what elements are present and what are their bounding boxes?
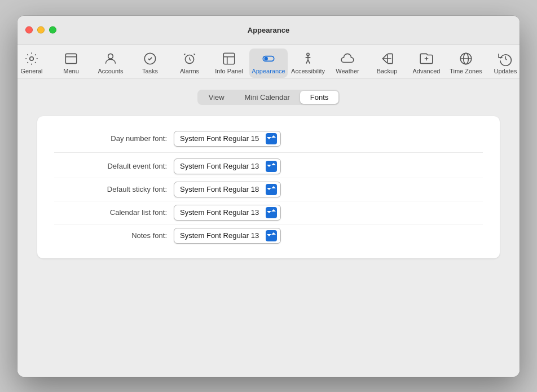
toolbar-label-updates: Updates bbox=[494, 68, 517, 74]
titlebar: Appearance bbox=[17, 16, 520, 45]
tasks-icon bbox=[142, 51, 158, 67]
toolbar-label-general: General bbox=[20, 68, 42, 74]
calendar-list-font-value: System Font Regular 13 bbox=[180, 208, 259, 217]
svg-line-9 bbox=[194, 54, 195, 55]
toolbar-label-advanced: Advanced bbox=[413, 68, 441, 74]
toolbar-label-time-zones: Time Zones bbox=[450, 68, 482, 74]
calendar-list-font-dropdown[interactable]: System Font Regular 13 bbox=[174, 205, 281, 221]
menu-icon bbox=[63, 51, 79, 67]
toolbar-item-menu[interactable]: Menu bbox=[52, 49, 90, 78]
toolbar-item-backup[interactable]: Backup bbox=[368, 49, 406, 78]
day-number-font-dropdown[interactable]: System Font Regular 15 bbox=[174, 131, 281, 147]
default-sticky-font-value: System Font Regular 18 bbox=[180, 185, 259, 193]
svg-rect-10 bbox=[223, 53, 235, 64]
main-window: Appearance General Menu bbox=[17, 16, 520, 377]
subtab-view[interactable]: View bbox=[199, 91, 235, 104]
toolbar-label-backup: Backup bbox=[377, 68, 398, 74]
svg-line-7 bbox=[190, 59, 191, 60]
maximize-button[interactable] bbox=[49, 27, 56, 34]
traffic-lights bbox=[25, 27, 56, 34]
setting-row-day-number-font: Day number font: System Font Regular 15 bbox=[54, 127, 483, 150]
settings-separator bbox=[54, 152, 483, 153]
default-event-font-value: System Font Regular 13 bbox=[180, 162, 259, 170]
toolbar-label-weather: Weather bbox=[336, 68, 359, 74]
svg-point-14 bbox=[264, 56, 268, 60]
day-number-font-value: System Font Regular 15 bbox=[180, 134, 259, 143]
close-button[interactable] bbox=[25, 27, 33, 34]
window-title: Appearance bbox=[248, 26, 289, 34]
toolbar-label-tasks: Tasks bbox=[142, 68, 158, 74]
notes-font-dropdown[interactable]: System Font Regular 13 bbox=[174, 228, 281, 244]
calendar-list-font-arrow bbox=[266, 207, 277, 218]
default-event-font-dropdown[interactable]: System Font Regular 13 bbox=[174, 158, 281, 174]
setting-row-calendar-list-font: Calendar list font: System Font Regular … bbox=[54, 201, 483, 224]
toolbar-item-general[interactable]: General bbox=[17, 49, 51, 78]
toolbar-item-advanced[interactable]: Advanced bbox=[407, 49, 446, 78]
notes-font-arrow bbox=[266, 230, 277, 241]
setting-row-default-sticky-font: Default sticky font: System Font Regular… bbox=[54, 178, 483, 201]
advanced-icon bbox=[419, 51, 434, 67]
subtabs-container: View Mini Calendar Fonts bbox=[197, 90, 340, 105]
toolbar-item-accessibility[interactable]: Accessibility bbox=[289, 49, 327, 78]
svg-point-3 bbox=[108, 54, 113, 59]
fonts-settings-panel: Day number font: System Font Regular 15 … bbox=[37, 116, 500, 258]
setting-row-default-event-font: Default event font: System Font Regular … bbox=[54, 155, 483, 178]
notes-font-label: Notes font: bbox=[54, 231, 167, 240]
appearance-icon bbox=[261, 51, 276, 67]
setting-row-notes-font: Notes font: System Font Regular 13 bbox=[54, 224, 483, 247]
calendar-list-font-label: Calendar list font: bbox=[54, 208, 167, 217]
subtab-mini-calendar[interactable]: Mini Calendar bbox=[235, 91, 300, 104]
info-panel-icon bbox=[221, 51, 237, 67]
toolbar-label-accounts: Accounts bbox=[98, 68, 123, 74]
toolbar-label-menu: Menu bbox=[63, 68, 79, 74]
accounts-icon bbox=[103, 51, 118, 67]
day-number-font-label: Day number font: bbox=[54, 134, 167, 143]
svg-point-15 bbox=[307, 53, 309, 55]
backup-icon bbox=[379, 51, 395, 67]
toolbar-item-alarms[interactable]: Alarms bbox=[170, 49, 209, 78]
toolbar-item-tasks[interactable]: Tasks bbox=[131, 49, 169, 78]
time-zones-icon bbox=[458, 51, 474, 67]
updates-icon bbox=[498, 51, 513, 67]
toolbar-label-appearance: Appearance bbox=[252, 68, 285, 74]
default-sticky-font-dropdown[interactable]: System Font Regular 18 bbox=[174, 182, 281, 197]
toolbar-item-accounts[interactable]: Accounts bbox=[91, 49, 130, 78]
content-area: View Mini Calendar Fonts Day number font… bbox=[17, 78, 520, 377]
minimize-button[interactable] bbox=[37, 27, 45, 34]
toolbar: General Menu Accounts bbox=[17, 45, 520, 78]
weather-icon bbox=[340, 51, 355, 67]
svg-point-0 bbox=[30, 56, 34, 60]
toolbar-label-info-panel: Info Panel bbox=[215, 68, 243, 74]
toolbar-item-weather[interactable]: Weather bbox=[328, 49, 367, 78]
default-sticky-font-arrow bbox=[266, 184, 277, 195]
svg-line-18 bbox=[306, 60, 308, 64]
toolbar-label-accessibility: Accessibility bbox=[291, 68, 325, 74]
alarms-icon bbox=[182, 51, 197, 67]
default-sticky-font-label: Default sticky font: bbox=[54, 185, 167, 193]
day-number-font-arrow bbox=[266, 133, 277, 144]
toolbar-item-appearance[interactable]: Appearance bbox=[249, 49, 288, 78]
toolbar-label-alarms: Alarms bbox=[180, 68, 199, 74]
toolbar-item-time-zones[interactable]: Time Zones bbox=[447, 49, 485, 78]
subtab-fonts[interactable]: Fonts bbox=[300, 91, 339, 104]
svg-line-19 bbox=[308, 60, 310, 64]
toolbar-item-updates[interactable]: Updates bbox=[486, 49, 520, 78]
gear-icon bbox=[24, 51, 39, 67]
default-event-font-arrow bbox=[266, 161, 277, 172]
svg-line-8 bbox=[184, 54, 185, 55]
notes-font-value: System Font Regular 13 bbox=[180, 231, 259, 240]
toolbar-item-info-panel[interactable]: Info Panel bbox=[210, 49, 248, 78]
default-event-font-label: Default event font: bbox=[54, 162, 167, 170]
accessibility-icon bbox=[300, 51, 316, 67]
svg-rect-1 bbox=[65, 54, 77, 63]
